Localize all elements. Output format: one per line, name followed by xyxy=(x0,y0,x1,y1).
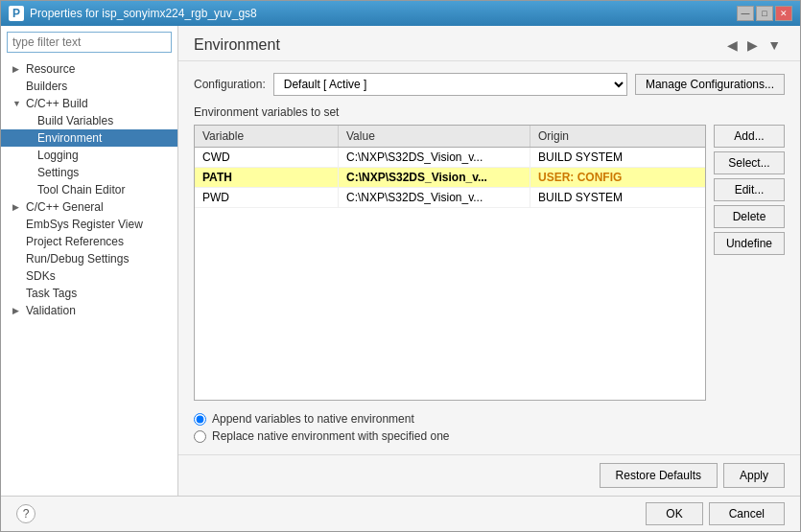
sidebar-item-label: Logging xyxy=(37,149,79,162)
sidebar-item-validation[interactable]: ▶ Validation xyxy=(1,302,177,319)
maximize-button[interactable]: □ xyxy=(756,6,773,21)
sidebar-item-run-debug[interactable]: ▶ Run/Debug Settings xyxy=(1,250,177,267)
sidebar: ▶ Resource ▶ Builders ▼ C/C++ Build ▶ Bu… xyxy=(1,26,178,496)
edit-button[interactable]: Edit... xyxy=(714,178,785,201)
side-buttons: Add... Select... Edit... Delete Undefine xyxy=(706,125,785,401)
cell-value: C:\NXP\S32DS_Vision_v... xyxy=(339,188,530,207)
config-row: Configuration: Default [ Active ] Manage… xyxy=(194,73,785,96)
expand-icon: ▶ xyxy=(12,202,22,212)
radio-append[interactable]: Append variables to native environment xyxy=(194,412,785,426)
nav-back-button[interactable]: ◀ xyxy=(723,35,742,55)
panel-header: Environment ◀ ▶ ▼ xyxy=(178,26,800,61)
sidebar-item-label: Resource xyxy=(26,62,75,76)
radio-replace-label: Replace native environment with specifie… xyxy=(212,429,449,443)
panel-title: Environment xyxy=(194,36,280,54)
table-row[interactable]: CWD C:\NXP\S32DS_Vision_v... BUILD SYSTE… xyxy=(195,148,705,168)
table-body: CWD C:\NXP\S32DS_Vision_v... BUILD SYSTE… xyxy=(195,148,705,400)
table-row[interactable]: PATH C:\NXP\S32DS_Vision_v... USER: CONF… xyxy=(195,168,705,188)
minimize-button[interactable]: — xyxy=(737,6,754,21)
radio-replace-input[interactable] xyxy=(194,430,206,443)
sidebar-item-build-variables[interactable]: ▶ Build Variables xyxy=(1,112,177,129)
delete-button[interactable]: Delete xyxy=(714,205,785,228)
main-window: P Properties for isp_sonyimx224_rgb_yuv_… xyxy=(0,0,801,532)
sidebar-item-toolchain-editor[interactable]: ▶ Tool Chain Editor xyxy=(1,181,177,198)
sidebar-item-logging[interactable]: ▶ Logging xyxy=(1,147,177,164)
cell-value: C:\NXP\S32DS_Vision_v... xyxy=(339,168,530,187)
config-select[interactable]: Default [ Active ] xyxy=(273,73,627,96)
content-area: ▶ Resource ▶ Builders ▼ C/C++ Build ▶ Bu… xyxy=(1,26,800,496)
table-header: Variable Value Origin xyxy=(195,126,705,148)
cell-value: C:\NXP\S32DS_Vision_v... xyxy=(339,148,530,167)
env-with-buttons: Variable Value Origin CWD C:\NXP\S32DS_V… xyxy=(194,125,785,401)
footer-left: ? xyxy=(16,504,35,523)
window-title: Properties for isp_sonyimx224_rgb_yuv_gs… xyxy=(30,7,257,20)
nav-buttons: ◀ ▶ ▼ xyxy=(723,35,785,55)
sidebar-item-task-tags[interactable]: ▶ Task Tags xyxy=(1,285,177,302)
main-panel: Environment ◀ ▶ ▼ Configuration: Default… xyxy=(178,26,800,496)
sidebar-item-label: Builders xyxy=(26,80,67,93)
col-header-variable: Variable xyxy=(195,126,339,147)
col-header-origin: Origin xyxy=(530,126,705,147)
manage-configurations-button[interactable]: Manage Configurations... xyxy=(635,74,785,95)
table-row[interactable]: PWD C:\NXP\S32DS_Vision_v... BUILD SYSTE… xyxy=(195,188,705,208)
title-bar: P Properties for isp_sonyimx224_rgb_yuv_… xyxy=(1,1,800,26)
sidebar-item-label: Settings xyxy=(37,166,79,179)
sidebar-item-label: Tool Chain Editor xyxy=(37,183,125,197)
env-section: Environment variables to set Variable Va… xyxy=(194,105,785,443)
sidebar-item-label: Build Variables xyxy=(37,114,113,127)
radio-append-input[interactable] xyxy=(194,413,206,426)
col-header-value: Value xyxy=(339,126,530,147)
sidebar-item-embsys[interactable]: ▶ EmbSys Register View xyxy=(1,216,177,233)
footer-right: OK Cancel xyxy=(646,502,785,525)
nav-dropdown-button[interactable]: ▼ xyxy=(764,35,785,55)
cell-origin: USER: CONFIG xyxy=(530,168,705,187)
sidebar-item-label: SDKs xyxy=(26,269,56,283)
env-section-label: Environment variables to set xyxy=(194,105,785,119)
apply-button[interactable]: Apply xyxy=(723,463,785,488)
ok-button[interactable]: OK xyxy=(646,502,702,525)
dialog-footer: ? OK Cancel xyxy=(1,496,800,531)
config-label: Configuration: xyxy=(194,78,266,91)
cancel-button[interactable]: Cancel xyxy=(709,502,785,525)
radio-append-label: Append variables to native environment xyxy=(212,412,414,426)
sidebar-item-builders[interactable]: ▶ Builders xyxy=(1,78,177,95)
expand-icon: ▶ xyxy=(12,306,22,315)
cell-variable: PWD xyxy=(195,188,339,207)
sidebar-item-label: EmbSys Register View xyxy=(26,218,143,231)
expand-icon: ▼ xyxy=(12,99,22,108)
sidebar-item-label: Run/Debug Settings xyxy=(26,252,129,266)
add-button[interactable]: Add... xyxy=(714,125,785,148)
sidebar-item-label: C/C++ Build xyxy=(26,97,88,110)
help-button[interactable]: ? xyxy=(16,504,35,523)
cell-variable: PATH xyxy=(195,168,339,187)
sidebar-item-label: Validation xyxy=(26,304,76,317)
sidebar-item-resource[interactable]: ▶ Resource xyxy=(1,60,177,78)
select-button[interactable]: Select... xyxy=(714,151,785,174)
sidebar-item-project-references[interactable]: ▶ Project References xyxy=(1,233,177,250)
window-icon: P xyxy=(9,6,24,21)
sidebar-item-ccpp-build[interactable]: ▼ C/C++ Build xyxy=(1,95,177,112)
bottom-bar: Restore Defaults Apply xyxy=(178,454,800,496)
sidebar-item-label: Task Tags xyxy=(26,287,77,300)
restore-defaults-button[interactable]: Restore Defaults xyxy=(600,463,718,488)
cell-origin: BUILD SYSTEM xyxy=(530,148,705,167)
title-buttons: — □ ✕ xyxy=(737,6,792,21)
nav-forward-button[interactable]: ▶ xyxy=(743,35,762,55)
cell-variable: CWD xyxy=(195,148,339,167)
sidebar-item-sdks[interactable]: ▶ SDKs xyxy=(1,267,177,285)
title-bar-left: P Properties for isp_sonyimx224_rgb_yuv_… xyxy=(9,6,257,21)
radio-replace[interactable]: Replace native environment with specifie… xyxy=(194,429,785,443)
filter-input[interactable] xyxy=(7,32,172,53)
sidebar-item-ccpp-general[interactable]: ▶ C/C++ General xyxy=(1,198,177,216)
sidebar-item-settings[interactable]: ▶ Settings xyxy=(1,164,177,181)
tree: ▶ Resource ▶ Builders ▼ C/C++ Build ▶ Bu… xyxy=(1,58,177,496)
cell-origin: BUILD SYSTEM xyxy=(530,188,705,207)
undefine-button[interactable]: Undefine xyxy=(714,232,785,255)
sidebar-item-environment[interactable]: ▶ Environment xyxy=(1,129,177,147)
radio-section: Append variables to native environment R… xyxy=(194,406,785,443)
sidebar-item-label: Environment xyxy=(37,131,102,145)
close-button[interactable]: ✕ xyxy=(775,6,792,21)
sidebar-item-label: Project References xyxy=(26,235,124,248)
panel-body: Configuration: Default [ Active ] Manage… xyxy=(178,61,800,454)
env-table: Variable Value Origin CWD C:\NXP\S32DS_V… xyxy=(194,125,706,401)
